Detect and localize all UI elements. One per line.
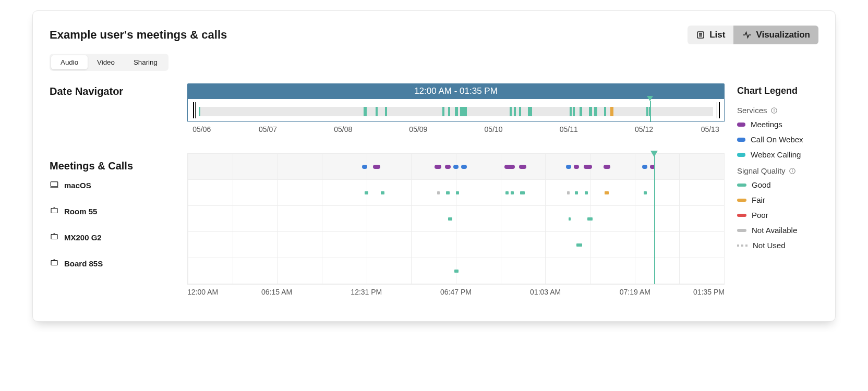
legend-item-good: Good xyxy=(737,180,836,189)
time-tick: 01:35 PM xyxy=(693,288,725,296)
legend-item-call-on-webex: Call On Webex xyxy=(737,135,836,144)
quality-segment[interactable] xyxy=(569,217,571,221)
timeline-chart[interactable] xyxy=(187,153,725,285)
quality-segment[interactable] xyxy=(576,243,582,247)
session-pill[interactable] xyxy=(519,165,526,169)
nav-event[interactable] xyxy=(455,107,458,116)
nav-event[interactable] xyxy=(573,107,575,116)
date-tick: 05/09 xyxy=(409,125,427,133)
nav-event[interactable] xyxy=(589,107,592,116)
quality-segment[interactable] xyxy=(365,191,368,194)
view-list-button[interactable]: List xyxy=(688,26,733,44)
device-row-label: Room 55 xyxy=(50,198,175,224)
nav-event[interactable] xyxy=(385,107,387,116)
nav-event[interactable] xyxy=(610,107,613,116)
session-pill[interactable] xyxy=(642,165,647,169)
quality-segment[interactable] xyxy=(456,191,459,194)
device-row xyxy=(188,232,724,258)
quality-segment[interactable] xyxy=(454,270,459,273)
device-icon xyxy=(50,180,59,191)
nav-event[interactable] xyxy=(199,107,200,116)
legend-item-not-used: Not Used xyxy=(737,241,836,250)
nav-event[interactable] xyxy=(570,107,572,116)
session-pill[interactable] xyxy=(566,165,571,169)
session-pill[interactable] xyxy=(574,165,579,169)
device-row-label: macOS xyxy=(50,172,175,198)
date-tick: 05/07 xyxy=(259,125,277,133)
device-icon xyxy=(50,232,59,243)
date-tick: 05/10 xyxy=(485,125,503,133)
legend-item-poor: Poor xyxy=(737,211,836,219)
quality-segment[interactable] xyxy=(585,191,588,194)
activity-icon xyxy=(742,30,752,40)
view-visualization-label: Visualization xyxy=(756,30,810,40)
session-pill[interactable] xyxy=(435,165,441,169)
legend-item-webex-calling: Webex Calling xyxy=(737,150,836,159)
timeline-playhead[interactable] xyxy=(650,151,658,157)
list-icon xyxy=(696,30,705,40)
nav-event[interactable] xyxy=(510,107,512,116)
nav-event[interactable] xyxy=(364,107,367,116)
quality-segment[interactable] xyxy=(567,191,570,194)
session-pill[interactable] xyxy=(461,165,466,169)
nav-event[interactable] xyxy=(448,107,450,116)
svg-rect-10 xyxy=(51,260,57,265)
timeline-playhead-line[interactable] xyxy=(654,154,655,284)
quality-segment[interactable] xyxy=(511,191,514,194)
nav-event[interactable] xyxy=(460,107,466,116)
tab-video[interactable]: Video xyxy=(88,55,124,69)
quality-segment[interactable] xyxy=(520,191,524,194)
info-icon[interactable] xyxy=(789,167,796,175)
session-pill[interactable] xyxy=(604,165,610,169)
quality-segment[interactable] xyxy=(575,191,578,194)
quality-segment[interactable] xyxy=(448,217,452,221)
session-pill[interactable] xyxy=(445,165,450,169)
date-tick: 05/08 xyxy=(334,125,352,133)
session-pill[interactable] xyxy=(453,165,459,169)
device-row xyxy=(188,180,724,206)
nav-event[interactable] xyxy=(514,107,516,116)
nav-event[interactable] xyxy=(594,107,597,116)
nav-event[interactable] xyxy=(376,107,378,116)
date-tick: 05/06 xyxy=(192,125,211,133)
nav-event[interactable] xyxy=(580,107,582,116)
time-tick: 12:31 PM xyxy=(351,288,382,296)
session-pill[interactable] xyxy=(584,165,592,169)
quality-segment[interactable] xyxy=(605,191,609,194)
quality-segment[interactable] xyxy=(446,191,449,194)
legend-signal-header: Signal Quality xyxy=(737,166,836,175)
quality-segment[interactable] xyxy=(587,217,593,221)
troubleshooting-card: Example user's meetings & calls List Vis… xyxy=(32,10,836,322)
svg-point-17 xyxy=(792,169,792,170)
quality-segment[interactable] xyxy=(505,191,509,194)
date-navigator-label: Date Navigator xyxy=(50,83,175,97)
tab-audio[interactable]: Audio xyxy=(51,55,88,69)
legend-services-header: Services xyxy=(737,106,836,115)
svg-rect-6 xyxy=(51,208,57,213)
device-row-label: Board 85S xyxy=(50,250,175,276)
quality-segment[interactable] xyxy=(644,191,647,194)
session-pill[interactable] xyxy=(373,165,380,169)
session-pill[interactable] xyxy=(504,165,515,169)
view-visualization-button[interactable]: Visualization xyxy=(733,26,818,44)
nav-event[interactable] xyxy=(528,107,532,116)
view-list-label: List xyxy=(709,30,725,40)
legend-item-not-available: Not Available xyxy=(737,226,836,235)
info-icon[interactable] xyxy=(770,107,778,114)
tab-sharing[interactable]: Sharing xyxy=(124,55,167,69)
time-tick: 12:00 AM xyxy=(187,288,218,296)
quality-segment[interactable] xyxy=(437,191,440,194)
quality-segment[interactable] xyxy=(381,191,384,194)
time-tick: 06:15 AM xyxy=(261,288,292,296)
session-pill[interactable] xyxy=(362,165,367,169)
date-navigator[interactable]: 12:00 AM - 01:35 PM 05/0605/0705/0805/09… xyxy=(187,83,725,136)
timeline-header-row xyxy=(188,154,724,180)
nav-event[interactable] xyxy=(442,107,444,116)
nav-event[interactable] xyxy=(646,107,648,116)
nav-event[interactable] xyxy=(604,107,606,116)
page-title: Example user's meetings & calls xyxy=(50,28,227,42)
view-toggle: List Visualization xyxy=(688,26,818,44)
svg-rect-4 xyxy=(51,181,58,186)
nav-event[interactable] xyxy=(519,107,521,116)
device-row xyxy=(188,206,724,232)
